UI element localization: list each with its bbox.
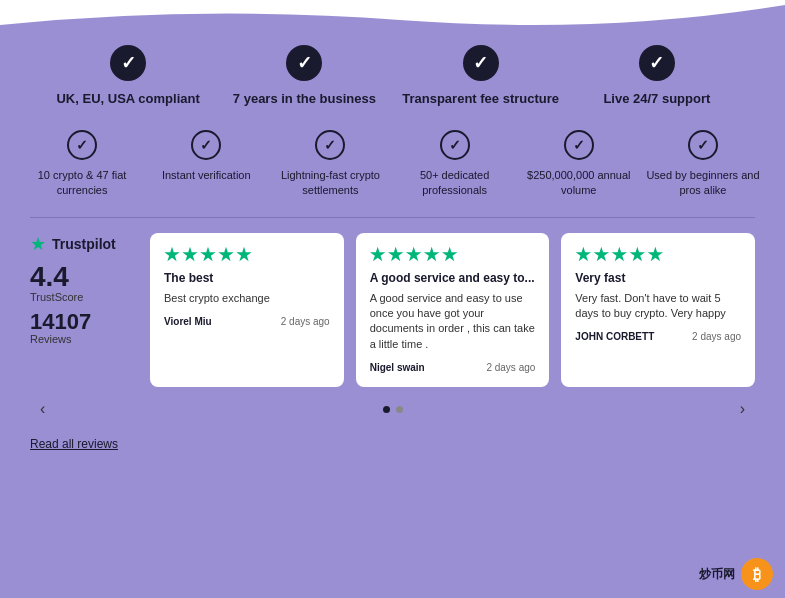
dot-inactive[interactable] [396,406,403,413]
star-2 [593,247,609,263]
review-2-date: 2 days ago [486,362,535,373]
review-3-author: JOHN CORBETT [575,331,654,342]
star-3 [200,247,216,263]
star-5 [442,247,458,263]
watermark-area: 炒币网 ₿ [699,558,773,590]
review-3-stars [575,247,741,263]
read-all-section: Read all reviews [0,426,785,460]
trustpilot-star-icon: ★ [30,233,46,255]
feature-years-label: 7 years in the business [233,91,376,108]
review-3-date: 2 days ago [692,331,741,342]
check-icon-fee [463,45,499,81]
review-3-footer: JOHN CORBETT 2 days ago [575,331,741,342]
review-3-title: Very fast [575,271,741,285]
bitcoin-icon: ₿ [741,558,773,590]
prev-arrow[interactable]: ‹ [30,400,55,418]
review-2-text: A good service and easy to use once you … [370,291,536,353]
review-2-title: A good service and easy to... [370,271,536,285]
star-1 [370,247,386,263]
star-1 [164,247,180,263]
review-3-text: Very fast. Don't have to wait 5 days to … [575,291,741,322]
star-5 [236,247,252,263]
feature-years-business: 7 years in the business [216,45,392,108]
star-4 [218,247,234,263]
feature-instant-verify: Instant verification [144,130,268,183]
top-features-row: UK, EU, USA compliant 7 years in the bus… [0,10,785,118]
feature-fee-label: Transparent fee structure [402,91,559,108]
review-1-text: Best crypto exchange [164,291,330,306]
trustpilot-score-panel: ★ Trustpilot 4.4 TrustScore 14107 Review… [30,233,130,345]
bottom-features-row: 10 crypto & 47 fiat currencies Instant v… [0,118,785,199]
dot-active[interactable] [383,406,390,413]
star-3 [611,247,627,263]
check-outline-crypto [67,130,97,160]
feature-volume: $250,000,000 annual volume [517,130,641,199]
review-1-footer: Viorel Miu 2 days ago [164,316,330,327]
reviews-container: The best Best crypto exchange Viorel Miu… [150,233,755,388]
trustpilot-section: ★ Trustpilot 4.4 TrustScore 14107 Review… [0,233,785,388]
trustpilot-reviews-label: Reviews [30,333,130,345]
check-outline-volume [564,130,594,160]
review-1-author: Viorel Miu [164,316,212,327]
watermark-text: 炒币网 [699,566,735,583]
read-all-reviews-link[interactable]: Read all reviews [30,437,118,451]
star-3 [406,247,422,263]
feature-dedicated-label: 50+ dedicated professionals [398,168,512,199]
trustpilot-reviews-count: 14107 [30,311,130,333]
feature-lightning-label: Lightning-fast crypto settlements [273,168,387,199]
feature-volume-label: $250,000,000 annual volume [522,168,636,199]
check-outline-lightning [315,130,345,160]
star-1 [575,247,591,263]
feature-uk-label: UK, EU, USA compliant [56,91,199,108]
review-1-stars [164,247,330,263]
check-icon-uk [110,45,146,81]
trustpilot-name: Trustpilot [52,236,116,252]
trustpilot-score-value: 4.4 [30,263,130,291]
feature-dedicated: 50+ dedicated professionals [393,130,517,199]
check-icon-years [286,45,322,81]
review-card-3: Very fast Very fast. Don't have to wait … [561,233,755,388]
review-card-1: The best Best crypto exchange Viorel Miu… [150,233,344,388]
check-icon-support [639,45,675,81]
trustpilot-score-label: TrustScore [30,291,130,303]
feature-live-support: Live 24/7 support [569,45,745,108]
star-2 [388,247,404,263]
review-2-author: Nigel swain [370,362,425,373]
pagination-dots [383,406,403,413]
review-2-footer: Nigel swain 2 days ago [370,362,536,373]
trustpilot-header: ★ Trustpilot [30,233,130,255]
feature-crypto-fiat: 10 crypto & 47 fiat currencies [20,130,144,199]
check-outline-verify [191,130,221,160]
feature-lightning: Lightning-fast crypto settlements [268,130,392,199]
check-outline-beginners [688,130,718,160]
review-2-stars [370,247,536,263]
feature-support-label: Live 24/7 support [603,91,710,108]
feature-beginners-label: Used by beginners and pros alike [646,168,760,199]
star-4 [424,247,440,263]
review-1-title: The best [164,271,330,285]
feature-fee-structure: Transparent fee structure [393,45,569,108]
review-card-2: A good service and easy to... A good ser… [356,233,550,388]
section-divider [30,217,755,218]
star-4 [629,247,645,263]
review-1-date: 2 days ago [281,316,330,327]
star-2 [182,247,198,263]
feature-crypto-label: 10 crypto & 47 fiat currencies [25,168,139,199]
star-5 [647,247,663,263]
feature-uk-eu-usa: UK, EU, USA compliant [40,45,216,108]
main-container: UK, EU, USA compliant 7 years in the bus… [0,0,785,598]
next-arrow[interactable]: › [730,400,755,418]
carousel-navigation: ‹ › [0,392,785,426]
feature-beginners: Used by beginners and pros alike [641,130,765,199]
feature-verify-label: Instant verification [162,168,251,183]
check-outline-dedicated [440,130,470,160]
